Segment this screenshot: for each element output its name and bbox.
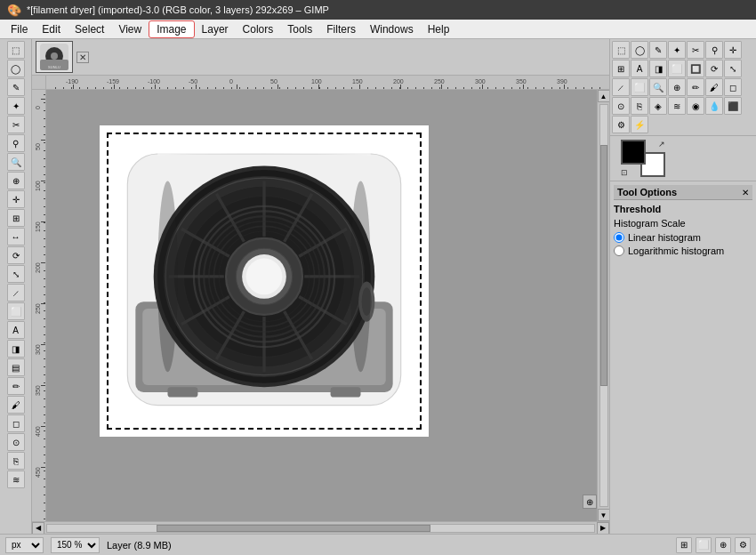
right-tool-2[interactable]: ◯: [631, 41, 648, 59]
linear-histogram-radio[interactable]: [614, 232, 624, 243]
right-tool-27[interactable]: 💧: [705, 97, 723, 115]
tool-blend[interactable]: ▤: [7, 358, 25, 376]
statusbar-icon-1[interactable]: ⊞: [676, 537, 692, 553]
canvas-scroll-area[interactable]: SUNLU: [46, 90, 597, 521]
tool-clone[interactable]: ⎘: [7, 452, 25, 470]
image-canvas[interactable]: SUNLU: [100, 125, 429, 437]
unit-select[interactable]: px % mm: [5, 537, 44, 553]
tool-ellipse-select[interactable]: ◯: [7, 60, 25, 77]
menu-windows[interactable]: Windows: [363, 21, 421, 37]
tool-smudge[interactable]: ≋: [7, 471, 25, 488]
vscroll-track[interactable]: [599, 104, 608, 507]
vscroll-up-arrow[interactable]: ▲: [598, 90, 610, 102]
statusbar-icon-3[interactable]: ⊕: [715, 537, 731, 553]
menu-view[interactable]: View: [111, 21, 149, 37]
reset-colors-icon[interactable]: ⊡: [621, 168, 628, 177]
tool-zoom[interactable]: ⊕: [7, 172, 25, 189]
tool-bucket-fill[interactable]: ◨: [7, 340, 25, 358]
vscroll-thumb[interactable]: [600, 145, 607, 386]
tool-paintbrush[interactable]: 🖌: [7, 396, 25, 414]
tool-fuzzy-select[interactable]: ✦: [7, 97, 25, 115]
right-tool-26[interactable]: ◉: [687, 97, 704, 115]
tool-paths[interactable]: ⚲: [7, 134, 25, 152]
hscroll-right-arrow[interactable]: ▶: [597, 522, 609, 535]
right-tool-24[interactable]: ◈: [649, 97, 667, 115]
linear-histogram-option[interactable]: Linear histogram: [614, 232, 752, 243]
tool-shear[interactable]: ⟋: [7, 284, 25, 302]
tool-colorpick[interactable]: 🔍: [7, 153, 25, 171]
menu-file[interactable]: File: [4, 21, 35, 37]
menu-select[interactable]: Select: [68, 21, 111, 37]
thumbnail-image[interactable]: SUNLU: [36, 41, 73, 73]
tool-eraser[interactable]: ◻: [7, 414, 25, 432]
app-icon: 🎨: [7, 4, 21, 17]
canvas-nav-button[interactable]: ⊕: [583, 495, 597, 509]
right-tool-30[interactable]: ⚡: [631, 116, 648, 133]
menu-filters[interactable]: Filters: [319, 21, 363, 37]
right-tool-28[interactable]: ⬛: [724, 97, 742, 115]
thumb-close-btn[interactable]: ✕: [76, 52, 89, 63]
menu-help[interactable]: Help: [421, 21, 457, 37]
menu-image[interactable]: Image: [149, 20, 194, 38]
tool-pencil[interactable]: ✏: [7, 377, 25, 395]
vertical-scrollbar[interactable]: ▲ ▼: [597, 90, 609, 521]
right-tool-13[interactable]: ⟳: [705, 60, 723, 77]
hscroll-track[interactable]: [46, 524, 595, 533]
foreground-color-swatch[interactable]: [621, 140, 646, 165]
right-tool-3[interactable]: ✎: [649, 41, 667, 59]
tool-scissors[interactable]: ✂: [7, 116, 25, 133]
canvas-content-row: SUNLU: [32, 90, 609, 521]
tool-align[interactable]: ⊞: [7, 209, 25, 227]
tool-move[interactable]: ✛: [7, 190, 25, 208]
svg-point-3: [51, 52, 58, 60]
right-tool-17[interactable]: 🔍: [649, 78, 667, 96]
tool-scale[interactable]: ⤡: [7, 265, 25, 283]
horizontal-scrollbar[interactable]: ◀ ▶: [32, 521, 609, 534]
tool-options-close[interactable]: ✕: [742, 188, 749, 197]
tool-rotate[interactable]: ⟳: [7, 246, 25, 264]
right-tool-22[interactable]: ⊙: [612, 97, 630, 115]
titlebar: 🎨 *[filament dryer] (imported)-3.0 (RGB …: [0, 0, 756, 20]
tool-text[interactable]: A: [7, 321, 25, 339]
right-tool-21[interactable]: ◻: [724, 78, 742, 96]
right-tool-6[interactable]: ⚲: [705, 41, 723, 59]
tool-perspective[interactable]: ⬜: [7, 302, 25, 320]
hscroll-thumb[interactable]: [157, 525, 430, 532]
tool-free-select[interactable]: ✎: [7, 78, 25, 96]
right-tool-19[interactable]: ✏: [687, 78, 704, 96]
right-tool-4[interactable]: ✦: [668, 41, 686, 59]
right-tool-25[interactable]: ≋: [668, 97, 686, 115]
menu-colors[interactable]: Colors: [236, 21, 281, 37]
logarithmic-histogram-radio[interactable]: [614, 245, 624, 256]
thumbnail-area: SUNLU ✕: [32, 39, 609, 76]
right-tool-23[interactable]: ⎘: [631, 97, 648, 115]
right-tool-1[interactable]: ⬚: [612, 41, 630, 59]
menu-edit[interactable]: Edit: [35, 21, 68, 37]
logarithmic-histogram-option[interactable]: Logarithmic histogram: [614, 245, 752, 256]
tool-flip[interactable]: ↔: [7, 228, 25, 245]
right-tool-10[interactable]: ◨: [649, 60, 667, 77]
swap-colors-icon[interactable]: ↗: [658, 140, 665, 149]
left-ruler-canvas: [32, 90, 46, 521]
hscroll-left-arrow[interactable]: ◀: [32, 522, 44, 535]
right-tool-16[interactable]: ⬜: [631, 78, 648, 96]
right-tool-20[interactable]: 🖌: [705, 78, 723, 96]
right-tool-18[interactable]: ⊕: [668, 78, 686, 96]
right-tool-8[interactable]: ⊞: [612, 60, 630, 77]
zoom-select[interactable]: 150 % 100 % 200 % 50 %: [51, 537, 100, 553]
right-tool-11[interactable]: ⬜: [668, 60, 686, 77]
right-tool-12[interactable]: 🔲: [687, 60, 704, 77]
statusbar-icon-4[interactable]: ⚙: [735, 537, 751, 553]
statusbar-icon-2[interactable]: ⬜: [696, 537, 712, 553]
right-tool-29[interactable]: ⚙: [612, 116, 630, 133]
right-tool-7[interactable]: ✛: [724, 41, 742, 59]
menu-tools[interactable]: Tools: [280, 21, 319, 37]
menu-layer[interactable]: Layer: [195, 21, 236, 37]
tool-rect-select[interactable]: ⬚: [7, 41, 25, 59]
tool-airbrush[interactable]: ⊙: [7, 433, 25, 451]
vscroll-down-arrow[interactable]: ▼: [598, 509, 610, 521]
right-tool-5[interactable]: ✂: [687, 41, 704, 59]
right-tool-15[interactable]: ⟋: [612, 78, 630, 96]
right-tool-9[interactable]: A: [631, 60, 648, 77]
right-tool-14[interactable]: ⤡: [724, 60, 742, 77]
